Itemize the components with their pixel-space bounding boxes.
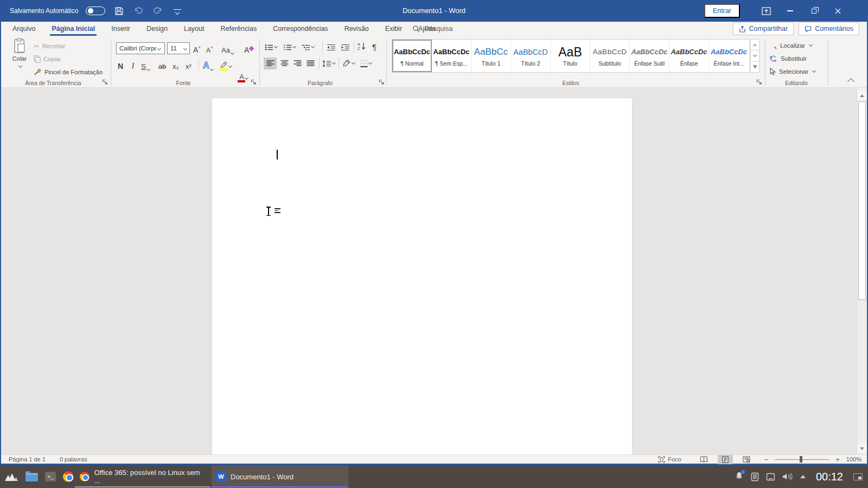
select-button[interactable]: Selecionar <box>769 66 815 77</box>
format-painter-button[interactable]: Pincel de Formatação <box>34 66 103 78</box>
zoom-in-button[interactable]: + <box>833 455 842 464</box>
font-family-combo[interactable]: Calibri (Corpo <box>116 42 165 54</box>
read-mode-button[interactable] <box>695 455 712 464</box>
style-subtitulo[interactable]: AaBbCcD Subtítulo <box>590 40 630 72</box>
zoom-slider[interactable] <box>775 459 829 460</box>
scroll-up-button[interactable] <box>857 91 867 100</box>
align-left-button[interactable] <box>264 57 277 69</box>
vertical-scrollbar[interactable] <box>857 88 867 454</box>
multilevel-list-button[interactable] <box>302 41 314 53</box>
tab-pagina-inicial[interactable]: Página Inicial <box>43 22 103 36</box>
copy-button[interactable]: Copiar <box>34 53 61 65</box>
autosave-toggle[interactable] <box>86 7 105 15</box>
clipboard-dialog-launcher[interactable] <box>102 79 108 86</box>
word-count[interactable]: 0 palavras <box>60 456 87 463</box>
page-count[interactable]: Página 1 de 1 <box>9 456 46 463</box>
zoom-slider-handle[interactable] <box>800 456 802 463</box>
minimize-button[interactable] <box>778 0 802 22</box>
highlight-color-button[interactable] <box>219 59 232 70</box>
comments-button[interactable]: Comentários <box>799 22 859 35</box>
style-titulo-2[interactable]: AaBbCcD Título 2 <box>511 40 551 72</box>
save-icon[interactable] <box>113 5 125 17</box>
style-titulo-1[interactable]: AaBbCc Título 1 <box>471 40 511 72</box>
borders-button[interactable] <box>360 57 372 69</box>
close-button[interactable] <box>826 0 850 22</box>
styles-more-button[interactable] <box>750 62 760 73</box>
paste-button[interactable]: Colar <box>8 37 31 76</box>
clear-formatting-button[interactable]: A <box>244 42 253 54</box>
zoom-out-button[interactable]: − <box>762 455 771 464</box>
subscript-button[interactable]: x₂ <box>173 59 179 70</box>
tab-arquivo[interactable]: Arquivo <box>4 22 43 36</box>
style-normal[interactable]: AaBbCcDc ¶ Normal <box>392 40 432 72</box>
superscript-button[interactable]: x² <box>186 59 192 70</box>
align-center-button[interactable] <box>278 57 291 69</box>
print-layout-button[interactable] <box>718 455 733 464</box>
style-titulo[interactable]: AaB Título <box>551 40 590 72</box>
customize-quick-access-icon[interactable] <box>171 5 183 17</box>
font-size-combo[interactable]: 11 <box>167 42 190 54</box>
redo-icon[interactable] <box>152 5 164 17</box>
justify-button[interactable] <box>304 57 317 69</box>
strikethrough-button[interactable]: ab <box>158 59 166 70</box>
decrease-indent-button[interactable] <box>327 41 336 53</box>
clipboard-manager-icon[interactable] <box>751 472 759 481</box>
tab-revisao[interactable]: Revisão <box>336 22 377 36</box>
restore-button[interactable] <box>802 0 826 22</box>
shrink-font-button[interactable]: A˅ <box>206 42 213 54</box>
terminal-icon[interactable]: >_ <box>45 472 56 481</box>
chrome-launcher-icon[interactable] <box>63 471 74 482</box>
text-effects-button[interactable]: A <box>203 59 213 70</box>
tab-layout[interactable]: Layout <box>176 22 213 36</box>
tray-expand-icon[interactable] <box>800 475 806 478</box>
document-page[interactable] <box>212 98 633 454</box>
styles-dialog-launcher[interactable] <box>756 79 763 86</box>
taskbar-task-browser[interactable]: Office 365: possível no Linux sem ... <box>75 465 210 488</box>
style-enfase[interactable]: AaBbCcDc Ênfase <box>669 40 709 72</box>
underline-button[interactable]: S <box>141 59 150 70</box>
tab-referencias[interactable]: Referências <box>212 22 265 36</box>
style-enfase-intensa[interactable]: AaBbCcDc Ênfase Int... <box>709 40 749 72</box>
web-layout-button[interactable] <box>738 455 755 464</box>
show-desktop-button[interactable] <box>853 473 863 480</box>
share-button[interactable]: Compartilhar <box>733 22 794 35</box>
collapse-ribbon-button[interactable] <box>847 78 854 85</box>
change-case-button[interactable]: Aa <box>221 42 234 54</box>
tab-inserir[interactable]: Inserir <box>103 22 138 36</box>
style-sem-espacamento[interactable]: AaBbCcDc ¶ Sem Esp... <box>432 40 471 72</box>
undo-icon[interactable] <box>132 5 144 17</box>
find-button[interactable]: Localizar <box>769 40 812 51</box>
document-area[interactable] <box>1 88 867 454</box>
sort-button[interactable]: AZ <box>357 40 367 52</box>
styles-scroll-down[interactable] <box>750 50 760 61</box>
taskbar-task-word[interactable]: W Documento1 - Word <box>212 465 348 488</box>
tab-exibir[interactable]: Exibir <box>377 22 410 36</box>
show-formatting-marks-button[interactable]: ¶ <box>372 41 376 53</box>
replace-button[interactable]: bc Substituir <box>769 53 807 64</box>
focus-mode-button[interactable]: Foco <box>654 455 685 464</box>
search-box[interactable]: Pesquisa <box>412 22 452 36</box>
tab-design[interactable]: Design <box>138 22 176 36</box>
italic-button[interactable]: I <box>130 59 136 70</box>
scrollbar-thumb[interactable] <box>858 101 866 300</box>
align-right-button[interactable] <box>291 57 304 69</box>
grow-font-button[interactable]: A˄ <box>193 42 201 54</box>
notifications-icon[interactable] <box>735 471 744 483</box>
file-manager-icon[interactable] <box>25 473 38 481</box>
volume-icon[interactable] <box>782 472 793 481</box>
clock[interactable]: 00:12 <box>816 471 843 483</box>
style-enfase-sutil[interactable]: AaBbCcDc Ênfase Sutil <box>630 40 669 72</box>
sign-in-button[interactable]: Entrar <box>704 4 740 18</box>
tab-correspondencias[interactable]: Correspondências <box>265 22 336 36</box>
increase-indent-button[interactable] <box>341 41 350 53</box>
display-icon[interactable] <box>766 473 775 481</box>
applications-menu-icon[interactable] <box>4 472 18 481</box>
ribbon-display-options-icon[interactable] <box>754 0 778 22</box>
line-spacing-button[interactable] <box>322 57 335 69</box>
zoom-level[interactable]: 100% <box>846 456 861 463</box>
numbering-button[interactable] <box>283 41 296 53</box>
font-dialog-launcher[interactable] <box>251 79 257 86</box>
paragraph-dialog-launcher[interactable] <box>379 79 385 86</box>
bold-button[interactable]: N <box>116 59 125 70</box>
shading-button[interactable] <box>342 57 355 69</box>
